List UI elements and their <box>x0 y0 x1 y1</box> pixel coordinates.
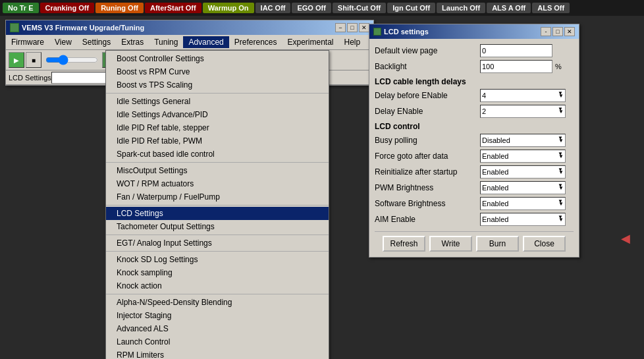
toolbar-slider[interactable] <box>45 53 98 67</box>
menu-view[interactable]: View <box>49 36 77 48</box>
maximize-button[interactable]: □ <box>347 23 358 32</box>
select-wrapper-software-brightness: Enabled ▼ <box>480 197 566 210</box>
menu-item-wot-rpm[interactable]: WOT / RPM actuators <box>106 177 329 190</box>
badge-launch-off[interactable]: Launch Off <box>437 3 485 13</box>
select-wrapper-aim-enable: Enabled ▼ <box>480 213 566 226</box>
dropdown-section-knock: Knock SD Log Settings Knock sampling Kno… <box>106 252 329 294</box>
badge-warmup-on[interactable]: Warmup On <box>203 3 254 13</box>
select-reinitialize[interactable]: Enabled ▼ <box>480 165 566 179</box>
label-delay-enable: Delay ENable <box>375 107 480 116</box>
menu-item-injector-staging[interactable]: Injector Staging <box>106 309 329 322</box>
menu-item-idle-advance-pid[interactable]: Idle Settings Advance/PID <box>106 108 329 121</box>
menu-item-tachometer[interactable]: Tachometer Output Settings <box>106 220 329 233</box>
reinitialize-arrow-icon: ▼ <box>558 169 564 175</box>
menu-item-boost-rpm[interactable]: Boost vs RPM Curve <box>106 65 329 78</box>
dropdown-section-idle: Idle Settings General Idle Settings Adva… <box>106 94 329 163</box>
select-wrapper-reinitialize: Enabled ▼ <box>480 165 566 179</box>
input-backlight[interactable] <box>480 60 552 73</box>
menu-item-knock-sampling[interactable]: Knock sampling <box>106 266 329 279</box>
badge-cranking-off[interactable]: Cranking Off <box>40 3 95 13</box>
select-delay-enable[interactable]: 2 ▼ <box>480 105 566 118</box>
menu-item-idle-general[interactable]: Idle Settings General <box>106 95 329 108</box>
input-default-view-page[interactable] <box>480 44 552 57</box>
write-button[interactable]: Write <box>429 236 472 252</box>
badge-als-off[interactable]: ALS Off <box>532 3 570 13</box>
lcd-row-reinitialize: Reinitialize after startup Enabled ▼ <box>375 165 574 179</box>
menu-advanced[interactable]: Advanced <box>183 36 228 48</box>
menu-item-misc-output[interactable]: MiscOutput Settings <box>106 164 329 177</box>
menu-settings[interactable]: Settings <box>77 36 116 48</box>
menu-tuning[interactable]: Tuning <box>149 36 183 48</box>
menu-item-knock-sdlog[interactable]: Knock SD Log Settings <box>106 253 329 266</box>
select-software-brightness[interactable]: Enabled ▼ <box>480 197 566 210</box>
menu-extras[interactable]: Extras <box>116 36 149 48</box>
badge-shift-cut-off[interactable]: Shift-Cut Off <box>333 3 386 13</box>
menu-item-launch-control[interactable]: Launch Control <box>106 335 329 348</box>
select-busy-polling[interactable]: Disabled ▼ <box>480 134 566 147</box>
badge-runing-off[interactable]: Runing Off <box>95 3 144 13</box>
lcd-close-button[interactable]: ✕ <box>564 27 575 36</box>
menu-item-lcd-settings[interactable]: LCD Settings <box>106 207 329 220</box>
badge-als-a-off[interactable]: ALS A Off <box>487 3 531 13</box>
play-button[interactable]: ▶ <box>9 52 24 68</box>
select-reinitialize-value: Enabled <box>482 168 508 176</box>
dropdown-section-advanced: Alpha-N/Speed-Density Blending Injector … <box>106 294 329 359</box>
label-busy-polling: Busy polling <box>375 136 480 145</box>
select-pwm-brightness[interactable]: Enabled ▼ <box>480 181 566 194</box>
lcd-row-pwm-brightness: PWM Brightness Enabled ▼ <box>375 181 574 194</box>
menu-item-boost-controller[interactable]: Boost Controller Settings <box>106 52 329 65</box>
close-button[interactable]: ✕ <box>359 23 369 32</box>
menu-firmware[interactable]: Firmware <box>6 36 49 48</box>
label-pwm-brightness: PWM Brightness <box>375 183 480 192</box>
stop-button[interactable]: ■ <box>26 52 41 68</box>
select-force-goto[interactable]: Enabled ▼ <box>480 150 566 163</box>
close-lcd-button[interactable]: Close <box>523 236 566 252</box>
menu-item-idle-pid-stepper[interactable]: Idle PID Ref table, stepper <box>106 121 329 134</box>
menu-item-advanced-als[interactable]: Advanced ALS <box>106 322 329 335</box>
select-busy-polling-value: Disabled <box>482 136 510 144</box>
minimize-button[interactable]: − <box>335 23 346 32</box>
aim-enable-arrow-icon: ▼ <box>558 217 564 223</box>
lcd-maximize-button[interactable]: □ <box>552 27 563 36</box>
refresh-button[interactable]: Refresh <box>383 236 425 252</box>
menu-item-alpha-n[interactable]: Alpha-N/Speed-Density Blending <box>106 296 329 309</box>
dropdown-section-boost: Boost Controller Settings Boost vs RPM C… <box>106 51 329 94</box>
menu-item-idle-pid-pwm[interactable]: Idle PID Ref table, PWM <box>106 134 329 148</box>
menu-item-boost-tps[interactable]: Boost vs TPS Scaling <box>106 78 329 92</box>
menu-item-rpm-limiters[interactable]: RPM Limiters <box>106 348 329 359</box>
badge-afterstart-off[interactable]: AfterStart Off <box>145 3 201 13</box>
dropdown-section-misc: MiscOutput Settings WOT / RPM actuators … <box>106 163 329 206</box>
select-wrapper-busy-polling: Disabled ▼ <box>480 134 566 147</box>
arrow-indicator: ◀ <box>621 232 641 245</box>
lcd-cable-delays-header: LCD cable length delays <box>375 77 574 86</box>
menu-preferences[interactable]: Preferences <box>229 36 282 48</box>
delay-before-enable-arrow-icon: ▼ <box>558 93 564 99</box>
main-window-icon <box>10 23 19 32</box>
select-aim-enable[interactable]: Enabled ▼ <box>480 213 566 226</box>
menu-item-fan-waterpump[interactable]: Fan / Waterpump / FuelPump <box>106 190 329 204</box>
badge-iac-off[interactable]: IAC Off <box>255 3 291 13</box>
lcd-control-header: LCD control <box>375 122 574 131</box>
lcd-minimize-button[interactable]: - <box>541 27 551 36</box>
menu-item-spark-cut-idle[interactable]: Spark-cut based idle control <box>106 148 329 161</box>
select-pwm-brightness-value: Enabled <box>482 184 508 192</box>
menu-experimental[interactable]: Experimental <box>282 36 339 48</box>
label-force-goto: Force goto after data <box>375 152 480 161</box>
select-software-brightness-value: Enabled <box>482 200 508 207</box>
force-goto-arrow-icon: ▼ <box>558 153 564 159</box>
burn-button[interactable]: Burn <box>476 236 519 252</box>
lcd-row-delay-before-enable: Delay before ENable 4 ▼ <box>375 89 574 102</box>
badge-ign-cut-off[interactable]: Ign Cut Off <box>387 3 435 13</box>
dropdown-section-lcd: LCD Settings Tachometer Output Settings <box>106 206 329 235</box>
badge-no-tr-e[interactable]: No Tr E <box>3 3 39 13</box>
lcd-row-busy-polling: Busy polling Disabled ▼ <box>375 134 574 147</box>
label-aim-enable: AIM Enable <box>375 215 480 224</box>
delay-enable-arrow-icon: ▼ <box>558 109 564 115</box>
select-delay-enable-value: 2 <box>482 107 486 115</box>
menu-item-knock-action[interactable]: Knock action <box>106 279 329 292</box>
select-delay-before-enable[interactable]: 4 ▼ <box>480 89 566 102</box>
lcd-row-delay-enable: Delay ENable 2 ▼ <box>375 105 574 118</box>
menu-help[interactable]: Help <box>339 36 366 48</box>
badge-ego-off[interactable]: EGO Off <box>292 3 331 13</box>
menu-item-egt-analog[interactable]: EGT/ Analog Input Settings <box>106 236 329 250</box>
